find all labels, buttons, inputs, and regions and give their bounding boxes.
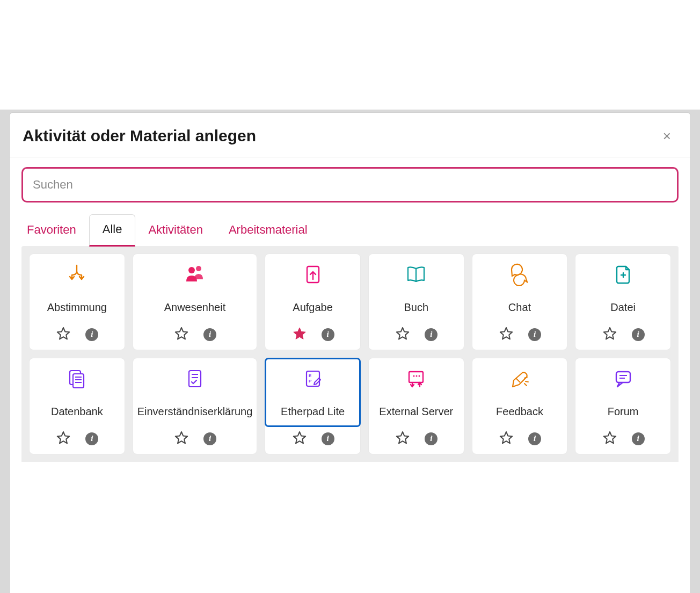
database-icon <box>65 365 88 392</box>
activity-actions: i <box>602 322 645 350</box>
activity-card[interactable]: Forumi <box>575 358 671 454</box>
info-button[interactable]: i <box>85 432 98 445</box>
star-button[interactable] <box>498 326 514 343</box>
book-icon <box>405 261 427 288</box>
activity-label: External Server <box>379 400 453 424</box>
activity-grid-wrap: AbstimmungiAnwesenheitiAufgabeiBuchiChat… <box>21 246 679 462</box>
choice-icon <box>65 261 88 288</box>
activity-label: Anwesenheit <box>164 295 226 320</box>
activity-card[interactable]: Datenbanki <box>29 358 125 454</box>
tab-all[interactable]: Alle <box>89 214 136 247</box>
star-button[interactable] <box>173 430 189 447</box>
tab-activities[interactable]: Aktivitäten <box>135 214 216 247</box>
modal-body: Favoriten Alle Aktivitäten Arbeitsmateri… <box>10 157 690 593</box>
tabs: Favoriten Alle Aktivitäten Arbeitsmateri… <box>21 214 679 247</box>
file-icon <box>612 261 635 288</box>
activity-card-top[interactable]: Chat <box>472 254 567 322</box>
modal-header: Aktivität oder Material anlegen × <box>10 113 690 157</box>
activity-label: Feedback <box>496 400 543 424</box>
activity-label: Aufgabe <box>293 295 333 320</box>
activity-card[interactable]: Chati <box>472 254 568 350</box>
star-button[interactable] <box>291 430 308 447</box>
activity-card[interactable]: Aufgabei <box>265 254 361 350</box>
info-button[interactable]: i <box>425 328 438 341</box>
activity-card-top[interactable]: External Server <box>369 358 464 426</box>
activity-actions: i <box>395 426 438 454</box>
consent-icon <box>184 365 206 392</box>
activity-label: Abstimmung <box>47 295 107 320</box>
info-button[interactable]: i <box>203 432 216 445</box>
activity-actions: i <box>173 322 216 350</box>
info-button[interactable]: i <box>203 328 216 341</box>
star-button[interactable] <box>291 326 308 343</box>
activity-card[interactable]: Feedbacki <box>472 358 568 454</box>
star-button[interactable] <box>498 430 514 447</box>
star-button[interactable] <box>395 430 411 447</box>
activity-label: Datei <box>610 295 636 320</box>
activity-chooser-modal: Aktivität oder Material anlegen × Favori… <box>10 113 690 593</box>
external-icon <box>405 365 427 392</box>
activity-card-top[interactable]: Anwesenheit <box>133 254 257 322</box>
activity-card-top[interactable]: Datei <box>575 254 670 322</box>
assignment-icon <box>302 261 324 288</box>
activity-label: Forum <box>608 400 639 424</box>
activity-card[interactable]: Etherpad Litei <box>265 358 361 454</box>
activity-actions: i <box>291 426 334 454</box>
tab-favorites[interactable]: Favoriten <box>21 214 89 247</box>
activity-label: Chat <box>508 295 531 320</box>
info-button[interactable]: i <box>322 432 334 445</box>
activity-label: Datenbank <box>51 400 103 424</box>
etherpad-icon <box>302 365 324 392</box>
activity-actions: i <box>173 426 216 454</box>
activity-card-top[interactable]: Abstimmung <box>30 254 125 322</box>
info-button[interactable]: i <box>632 328 645 341</box>
info-button[interactable]: i <box>425 432 438 445</box>
activity-actions: i <box>602 426 645 454</box>
activity-card-top[interactable]: Etherpad Lite <box>265 358 360 426</box>
activity-actions: i <box>498 426 541 454</box>
modal-title: Aktivität oder Material anlegen <box>23 127 256 145</box>
feedback-icon <box>508 365 531 392</box>
info-button[interactable]: i <box>632 432 645 445</box>
star-button[interactable] <box>395 326 411 343</box>
star-button[interactable] <box>602 326 618 343</box>
activity-card[interactable]: Abstimmungi <box>29 254 125 350</box>
attendance-icon <box>184 261 206 288</box>
activity-actions: i <box>395 322 438 350</box>
info-button[interactable]: i <box>528 328 541 341</box>
search-wrap <box>21 167 679 203</box>
star-button[interactable] <box>55 326 71 343</box>
star-button[interactable] <box>173 326 189 343</box>
activity-card[interactable]: External Serveri <box>368 358 464 454</box>
activity-card[interactable]: Einverständniserklärungi <box>133 358 258 454</box>
activity-card[interactable]: Anwesenheiti <box>133 254 258 350</box>
star-button[interactable] <box>602 430 618 447</box>
star-button[interactable] <box>55 430 71 447</box>
activity-card[interactable]: Buchi <box>368 254 464 350</box>
close-button[interactable]: × <box>660 127 674 145</box>
activity-label: Etherpad Lite <box>281 400 345 424</box>
activity-card[interactable]: Dateii <box>575 254 671 350</box>
forum-icon <box>612 365 635 392</box>
info-button[interactable]: i <box>528 432 541 445</box>
activity-label: Buch <box>404 295 428 320</box>
activity-card-top[interactable]: Aufgabe <box>265 254 360 322</box>
info-button[interactable]: i <box>322 328 334 341</box>
activity-card-top[interactable]: Buch <box>369 254 464 322</box>
activity-actions: i <box>291 322 334 350</box>
activity-label: Einverständniserklärung <box>137 400 253 424</box>
search-input[interactable] <box>21 167 679 203</box>
activity-actions: i <box>498 322 541 350</box>
activity-card-top[interactable]: Forum <box>575 358 670 426</box>
activity-actions: i <box>55 322 98 350</box>
activity-card-top[interactable]: Feedback <box>472 358 567 426</box>
activity-card-top[interactable]: Datenbank <box>30 358 125 426</box>
info-button[interactable]: i <box>85 328 98 341</box>
activity-actions: i <box>55 426 98 454</box>
activity-card-top[interactable]: Einverständniserklärung <box>133 358 257 426</box>
activity-grid: AbstimmungiAnwesenheitiAufgabeiBuchiChat… <box>29 254 671 454</box>
tab-resources[interactable]: Arbeitsmaterial <box>216 214 320 247</box>
chat-icon <box>508 261 531 288</box>
